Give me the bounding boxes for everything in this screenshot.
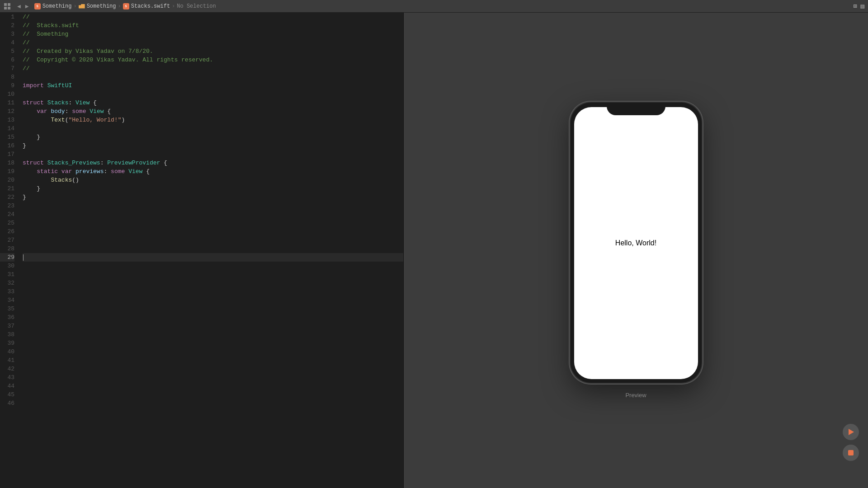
- line-number: 2: [0, 21, 14, 30]
- token-plain: [23, 116, 51, 124]
- line-number: 24: [0, 210, 14, 219]
- token-module: SwiftUI: [47, 81, 72, 90]
- breadcrumb-sep-2: ›: [118, 3, 121, 9]
- code-line: [23, 219, 403, 227]
- token-comment: // Copyright © 2020 Vikas Yadav. All rig…: [23, 56, 213, 64]
- breadcrumb-item-folder[interactable]: Something: [79, 3, 116, 9]
- adjust-icon[interactable]: ⊞: [853, 2, 857, 10]
- text-cursor: [23, 254, 24, 261]
- breadcrumb: S Something › Something › S Stacks.swift…: [34, 3, 216, 9]
- token-plain: :: [104, 167, 111, 176]
- token-plain: {: [160, 159, 167, 167]
- code-line: [23, 356, 403, 365]
- svg-rect-2: [4, 7, 7, 9]
- line-number: 3: [0, 30, 14, 38]
- code-line: [23, 322, 403, 330]
- code-line: [23, 202, 403, 210]
- code-line: // Something: [23, 30, 403, 38]
- line-number: 30: [0, 262, 14, 270]
- token-plain: [47, 107, 51, 116]
- code-line: [23, 365, 403, 373]
- preview-panel: Hello, World! Preview: [404, 13, 868, 488]
- token-plain: :: [65, 107, 72, 116]
- line-number: 46: [0, 399, 14, 408]
- grid-icon[interactable]: [4, 3, 11, 10]
- token-comment: // Stacks.swift: [23, 21, 79, 30]
- token-plain: :: [100, 159, 108, 167]
- token-func: Stacks: [51, 176, 72, 184]
- breadcrumb-item-stacks[interactable]: S Stacks.swift: [123, 3, 170, 9]
- line-number: 4: [0, 38, 14, 47]
- sidebar-toggle-icon[interactable]: ▤: [861, 2, 864, 10]
- token-comment: //: [23, 38, 30, 47]
- line-number: 8: [0, 73, 14, 81]
- line-number: 26: [0, 227, 14, 236]
- token-keyword: some: [72, 107, 86, 116]
- line-number: 1: [0, 13, 14, 21]
- line-number: 41: [0, 356, 14, 365]
- line-number: 44: [0, 382, 14, 390]
- line-number: 14: [0, 124, 14, 133]
- code-line: [23, 313, 403, 322]
- token-keyword: struct: [23, 159, 44, 167]
- code-line: [23, 390, 403, 399]
- code-line: // Stacks.swift: [23, 21, 403, 30]
- line-number: 36: [0, 313, 14, 322]
- code-editor[interactable]: 1234567891011121314151617181920212223242…: [0, 13, 404, 488]
- line-number: 11: [0, 99, 14, 107]
- line-number: 38: [0, 330, 14, 339]
- breadcrumb-sep-3: ›: [172, 3, 175, 9]
- token-type: PreviewProvider: [107, 159, 160, 167]
- code-line: [23, 150, 403, 159]
- nav-forward-button[interactable]: ▶: [24, 2, 31, 11]
- token-func: Text: [51, 116, 65, 124]
- stop-preview-button[interactable]: [843, 445, 859, 461]
- topbar-right: ⊞ ▤: [853, 2, 864, 10]
- run-preview-button[interactable]: [843, 424, 859, 440]
- code-line: [23, 330, 403, 339]
- code-line: [23, 90, 403, 99]
- code-line: [23, 124, 403, 133]
- token-plain: (: [65, 116, 69, 124]
- code-line: [23, 210, 403, 219]
- code-line: struct Stacks_Previews: PreviewProvider …: [23, 159, 403, 167]
- line-number: 6: [0, 56, 14, 64]
- line-number: 32: [0, 279, 14, 287]
- swift-file-icon: S: [34, 3, 41, 9]
- line-number: 25: [0, 219, 14, 227]
- folder-icon: [79, 4, 85, 9]
- topbar-left-icons: [4, 3, 11, 10]
- code-line: // Copyright © 2020 Vikas Yadav. All rig…: [23, 56, 403, 64]
- line-number: 18: [0, 159, 14, 167]
- token-plain: [58, 167, 61, 176]
- code-lines[interactable]: //// Stacks.swift// Something//// Create…: [19, 13, 403, 488]
- svg-rect-0: [4, 3, 7, 6]
- token-plain: {: [142, 167, 150, 176]
- line-number: 28: [0, 244, 14, 253]
- nav-arrows: ◀ ▶: [15, 2, 31, 11]
- code-line: [23, 373, 403, 382]
- code-area[interactable]: 1234567891011121314151617181920212223242…: [0, 13, 403, 488]
- breadcrumb-item-swift-file[interactable]: S Something: [34, 3, 72, 9]
- token-comment: //: [23, 13, 30, 21]
- token-plain: [125, 167, 128, 176]
- token-type: View: [128, 167, 142, 176]
- nav-back-button[interactable]: ◀: [15, 2, 23, 11]
- code-line: [23, 305, 403, 313]
- line-number: 22: [0, 193, 14, 202]
- stop-icon: [848, 450, 854, 455]
- code-line: import SwiftUI: [23, 81, 403, 90]
- code-line: [23, 382, 403, 390]
- code-line: [23, 236, 403, 244]
- line-number: 13: [0, 116, 14, 124]
- code-line: [23, 73, 403, 81]
- line-number: 37: [0, 322, 14, 330]
- preview-content: Hello, World! Preview: [404, 13, 868, 488]
- line-number: 9: [0, 81, 14, 90]
- token-plain: {: [104, 107, 111, 116]
- token-var: body: [51, 107, 65, 116]
- iphone-mockup: Hello, World!: [571, 103, 702, 383]
- code-line: }: [23, 133, 403, 141]
- code-line: //: [23, 64, 403, 73]
- token-plain: [72, 167, 75, 176]
